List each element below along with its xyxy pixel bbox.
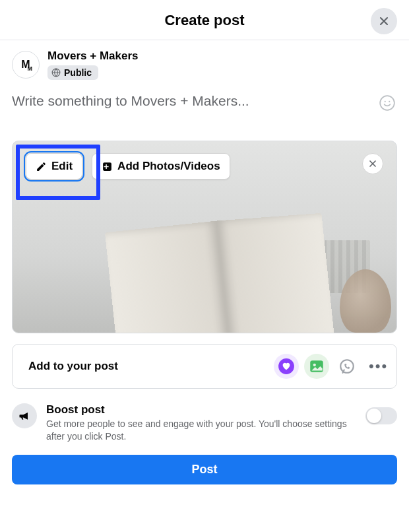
boost-description: Get more people to see and engage with y… bbox=[46, 418, 356, 443]
add-photos-label: Add Photos/Videos bbox=[117, 160, 220, 173]
svg-point-14 bbox=[340, 360, 354, 373]
svg-point-4 bbox=[385, 101, 386, 102]
add-photo-icon bbox=[102, 161, 113, 172]
edit-media-button[interactable]: Edit bbox=[26, 153, 82, 180]
globe-icon bbox=[51, 68, 61, 77]
svg-point-3 bbox=[380, 96, 394, 110]
smile-icon bbox=[379, 94, 396, 112]
privacy-label: Public bbox=[64, 67, 92, 78]
svg-point-5 bbox=[389, 101, 390, 102]
author-info: Movers + Makers Public bbox=[47, 50, 139, 80]
dialog-title: Create post bbox=[164, 12, 244, 29]
media-preview-card: Edit Add Photos/Videos bbox=[12, 141, 397, 333]
author-name[interactable]: Movers + Makers bbox=[47, 50, 139, 63]
avatar-sub-initial: M bbox=[28, 65, 33, 72]
dialog-header: Create post bbox=[0, 0, 409, 40]
compose-input[interactable]: Write something to Movers + Makers... bbox=[12, 93, 372, 109]
compose-row: Write something to Movers + Makers... bbox=[0, 84, 409, 116]
whatsapp-icon bbox=[338, 358, 356, 375]
author-row: M M Movers + Makers Public bbox=[0, 40, 409, 84]
svg-point-13 bbox=[313, 364, 316, 366]
emoji-picker-button[interactable] bbox=[377, 93, 397, 113]
boost-row: Boost post Get more people to see and en… bbox=[12, 403, 397, 443]
pencil-icon bbox=[36, 161, 47, 172]
post-button[interactable]: Post bbox=[12, 455, 397, 484]
privacy-selector[interactable]: Public bbox=[47, 65, 98, 80]
close-icon bbox=[367, 158, 378, 169]
add-to-post-label: Add to your post bbox=[28, 360, 268, 373]
tag-event-button[interactable] bbox=[274, 354, 299, 379]
svg-rect-8 bbox=[104, 166, 109, 166]
boost-toggle[interactable] bbox=[365, 407, 397, 424]
add-photos-button[interactable]: Add Photos/Videos bbox=[92, 153, 230, 180]
boost-text: Boost post Get more people to see and en… bbox=[46, 403, 356, 443]
media-toolbar: Edit Add Photos/Videos bbox=[26, 153, 383, 180]
boost-icon-wrap bbox=[12, 403, 37, 428]
whatsapp-button[interactable] bbox=[334, 354, 360, 379]
close-icon bbox=[377, 15, 391, 28]
megaphone-icon bbox=[18, 409, 31, 422]
photo-video-button[interactable] bbox=[304, 354, 329, 379]
boost-title: Boost post bbox=[46, 403, 356, 416]
toggle-knob bbox=[367, 409, 381, 423]
add-to-post-bar[interactable]: Add to your post ••• bbox=[12, 344, 397, 389]
close-button[interactable] bbox=[371, 8, 397, 34]
heart-badge-icon bbox=[278, 358, 295, 375]
author-avatar[interactable]: M M bbox=[12, 51, 40, 79]
image-icon bbox=[308, 358, 325, 375]
edit-label: Edit bbox=[51, 160, 73, 173]
remove-media-button[interactable] bbox=[362, 153, 383, 174]
more-options-button[interactable]: ••• bbox=[365, 358, 390, 375]
